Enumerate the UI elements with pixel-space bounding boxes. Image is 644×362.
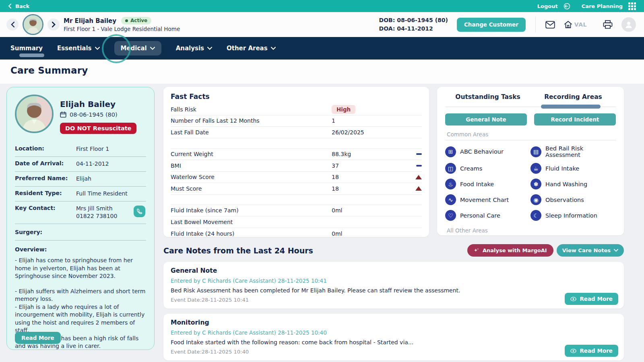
recording-item-abc-behaviour[interactable]: ⊞ ABC Behaviour [445, 145, 530, 158]
back-label: Back [15, 3, 29, 9]
active-tab-indicator [541, 105, 601, 109]
logout-icon[interactable] [564, 3, 570, 10]
home-location-group[interactable]: VAL [564, 21, 587, 29]
patient-photo [23, 14, 43, 35]
recording-areas-card: Outstanding Tasks Recording Areas Genera… [437, 87, 624, 235]
note-read-more-button[interactable]: Read More [565, 345, 618, 357]
steady-trend-icon [416, 153, 422, 155]
recording-item-hand-washing[interactable]: ✽ Hand Washing [530, 179, 616, 189]
patient-location: First Floor 1 - Vale Lodge Residential H… [64, 26, 180, 32]
nav-other-areas[interactable]: Other Areas [227, 41, 276, 56]
dob-doa-block: DOB: 08-06-1945 (80) DOA: 04-11-2012 [379, 16, 448, 33]
patient-header: Mr Elijah Bailey Active First Floor 1 - … [0, 12, 644, 37]
note-event-date: Event Date:28-11-2025 10:40 [171, 349, 617, 355]
fast-fact-row: Fluid Intake (since 7am) 0ml [171, 205, 422, 217]
status-badge: Active [121, 17, 151, 25]
field-preferred-name: Preferred Name: Elijah [15, 172, 146, 187]
recording-item-bed-rail-risk-assessment[interactable]: ▤ Bed Rail Risk Assessment [530, 145, 616, 158]
fast-fact-row: Last Bowel Movement [171, 216, 422, 228]
dob-line: DOB: 08-06-1945 (80) [379, 16, 448, 25]
app-launcher-icon[interactable] [628, 2, 636, 10]
recording-item-observations[interactable]: ◉ Observations [530, 194, 616, 205]
resident-photo [15, 95, 54, 133]
call-contact-button[interactable] [134, 206, 145, 217]
patient-name: Mr Elijah Bailey [64, 17, 116, 25]
change-customer-button[interactable]: Change Customer [457, 18, 526, 32]
chevron-down-icon [207, 47, 212, 50]
recording-item-fluid-intake[interactable]: ☕ Fluid Intake [530, 163, 616, 174]
tab-outstanding-tasks[interactable]: Outstanding Tasks [445, 87, 530, 107]
resident-name: Elijah Bailey [60, 99, 136, 109]
nav-analysis[interactable]: Analysis [176, 41, 212, 56]
fast-fact-row: Must Score 18 [171, 183, 422, 195]
recording-item-food-intake[interactable]: ♨ Food Intake [445, 179, 530, 189]
profile-read-more-button[interactable]: Read More [15, 332, 61, 344]
calendar-icon [60, 111, 66, 118]
logout-button[interactable]: Logout [537, 3, 558, 9]
page-title: Care Summary [10, 65, 634, 76]
chevron-down-icon [271, 47, 276, 50]
header-divider [535, 16, 536, 33]
rising-trend-icon [415, 175, 422, 179]
fast-fact-row: Current Weight 88.3kg [171, 149, 422, 160]
cup-icon: ☕ [530, 163, 541, 174]
recording-item-personal-care[interactable]: ♡ Personal Care [445, 210, 530, 221]
note-entered-by: Entered by C Richards (Care Assistant) 2… [171, 278, 617, 284]
nav-summary[interactable]: Summary [10, 41, 43, 56]
resident-profile-card: Elijah Bailey 08-06-1945 (80) DO NOT Res… [6, 87, 155, 350]
view-care-notes-button[interactable]: View Care Notes [557, 244, 624, 257]
app-name[interactable]: Care Planning [582, 3, 623, 9]
steady-trend-icon [416, 165, 422, 167]
note-type: Monitoring [171, 319, 617, 326]
grid-icon: ⊞ [445, 146, 456, 157]
field-location: Location: First Floor 1 [15, 142, 146, 157]
next-patient-button[interactable] [47, 19, 60, 31]
back-chevron-icon [8, 4, 11, 8]
overview-label: Overview: [15, 246, 146, 253]
field-resident-type: Resident Type: Full Time Resident [15, 187, 146, 202]
field-date-of-arrival: Date of Arrival: 04-11-2012 [15, 157, 146, 172]
back-button[interactable]: Back [8, 3, 29, 9]
recording-item-creams[interactable]: ◫ Creams [445, 163, 530, 174]
recording-item-sleep-information[interactable]: ☾ Sleep Information [530, 210, 616, 221]
record-incident-button[interactable]: Record Incident [534, 113, 616, 125]
common-areas-label: Common Areas [445, 131, 616, 138]
note-read-more-button[interactable]: Read More [565, 293, 618, 305]
chevron-down-icon [614, 249, 618, 252]
print-icon[interactable] [603, 20, 613, 29]
chevron-down-icon [95, 47, 100, 50]
title-strip: Care Summary [0, 60, 644, 84]
previous-patient-button[interactable] [6, 19, 19, 31]
nav-medical[interactable]: Medical [114, 41, 161, 56]
falls-risk-badge: High [332, 105, 355, 114]
fast-facts-group-spacer [171, 138, 422, 149]
rising-trend-icon [415, 186, 422, 191]
recording-item-movement-chart[interactable]: ∿ Movement Chart [445, 194, 530, 205]
note-body: Bed Risk Assessment has been completed f… [171, 287, 617, 294]
eye-icon [570, 349, 576, 353]
analyse-margoai-button[interactable]: Analyse with MargoAI [467, 244, 553, 257]
note-entered-by: Entered by C Richards (Care Assistant) 2… [171, 329, 617, 336]
cream-tube-icon: ◫ [445, 163, 456, 174]
tab-recording-areas[interactable]: Recording Areas [530, 87, 616, 107]
general-note-button[interactable]: General Note [445, 113, 527, 125]
home-icon [564, 21, 572, 29]
eye-icon [570, 297, 576, 301]
main-navigation: Summary Essentials Medical Analysis Othe… [0, 37, 644, 60]
care-note-card: General Note Entered by C Richards (Care… [163, 262, 624, 309]
nav-essentials[interactable]: Essentials [57, 41, 99, 56]
movement-icon: ∿ [445, 194, 456, 205]
document-icon: ▤ [530, 146, 541, 157]
field-surgery: Surgery: [15, 224, 146, 241]
note-event-date: Event Date:28-11-2025 10:41 [171, 297, 617, 303]
fast-fact-row: BMI 37 [171, 160, 422, 172]
care-note-card: Monitoring Entered by C Richards (Care A… [163, 314, 624, 360]
status-dot-icon [125, 19, 128, 22]
user-avatar[interactable] [621, 17, 636, 32]
fast-facts-group-spacer [171, 195, 422, 205]
section-divider [445, 140, 616, 140]
sleep-moon-icon: ☾ [530, 210, 541, 221]
note-type: General Note [171, 267, 617, 274]
heart-icon: ♡ [445, 210, 456, 221]
messages-icon[interactable] [545, 21, 555, 29]
